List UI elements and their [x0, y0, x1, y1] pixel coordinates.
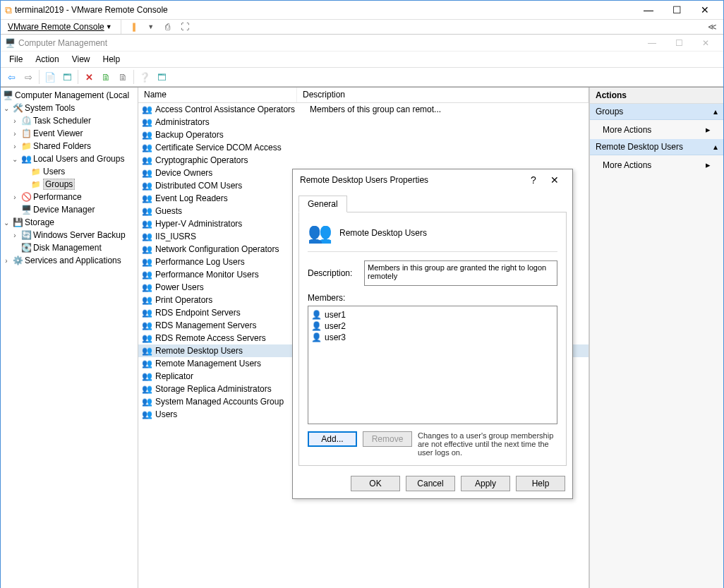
export-icon[interactable]: 🗎: [115, 69, 131, 85]
group-name: RDS Remote Access Servers: [155, 333, 307, 343]
group-name: RDS Endpoint Servers: [155, 308, 307, 318]
cm-app-icon: 🖥️: [5, 38, 16, 48]
delete-icon[interactable]: ✕: [81, 69, 97, 85]
maximize-button[interactable]: ☐: [663, 1, 691, 19]
group-name-label: Remote Desktop Users: [339, 228, 427, 238]
cm-close-button[interactable]: ✕: [692, 35, 719, 51]
group-icon: 👥: [141, 231, 152, 242]
actions-groups-more[interactable]: More Actions: [590, 120, 723, 139]
menu-help[interactable]: Help: [97, 53, 126, 66]
dialog-title: Remote Desktop Users Properties: [300, 175, 523, 185]
vmware-window-title: terminal2019 - VMware Remote Console: [15, 5, 634, 15]
forward-icon[interactable]: ⇨: [20, 69, 36, 85]
vmware-menu-label: VMware Remote Console: [8, 22, 104, 32]
group-description: Members of this group can remot...: [310, 104, 441, 114]
remove-button[interactable]: Remove: [363, 431, 412, 447]
fullscreen-icon[interactable]: ⛶: [178, 20, 192, 34]
actions-rdu-more[interactable]: More Actions: [590, 155, 723, 174]
navigation-tree[interactable]: 🖥️Computer Management (Local ⌄🛠️System T…: [1, 88, 138, 588]
tree-task-scheduler[interactable]: ›⏲️Task Scheduler: [1, 114, 138, 127]
cm-toolbar: ⇦ ⇨ 📄 🗔 ✕ 🗎 🗎 ❔ 🗔: [1, 67, 723, 87]
member-name: user3: [325, 332, 346, 342]
collapse-icon[interactable]: ≪: [705, 20, 719, 34]
dialog-help-button[interactable]: ?: [523, 174, 544, 186]
tree-storage[interactable]: ⌄💾Storage: [1, 216, 138, 229]
cm-minimize-button[interactable]: —: [639, 35, 665, 51]
description-input[interactable]: Members in this group are granted the ri…: [364, 260, 557, 286]
members-label: Members:: [308, 293, 557, 303]
tree-system-tools[interactable]: ⌄🛠️System Tools: [1, 102, 138, 114]
member-item[interactable]: 👤user3: [311, 332, 554, 343]
minimize-button[interactable]: —: [634, 1, 663, 19]
menu-view[interactable]: View: [66, 53, 96, 66]
tree-disk-mgmt[interactable]: 💽Disk Management: [1, 241, 138, 254]
group-name: Performance Monitor Users: [155, 270, 307, 280]
group-name: Certificate Service DCOM Access: [155, 143, 307, 152]
group-name: Print Operators: [155, 295, 307, 305]
group-name: Performance Log Users: [155, 257, 307, 267]
group-icon: 👥: [141, 116, 152, 128]
group-name: Hyper-V Administrators: [155, 219, 307, 229]
vmware-titlebar: ⧉ terminal2019 - VMware Remote Console —…: [1, 1, 723, 20]
action-panel-icon[interactable]: 🗔: [154, 69, 169, 85]
tree-root[interactable]: 🖥️Computer Management (Local: [1, 89, 138, 102]
power-dropdown-icon[interactable]: ▼: [144, 20, 158, 34]
list-row[interactable]: 👥Certificate Service DCOM Access: [138, 141, 589, 154]
list-row[interactable]: 👥Backup Operators: [138, 128, 589, 141]
group-name: Replicator: [155, 371, 307, 381]
group-icon: 👥: [141, 256, 152, 268]
col-name[interactable]: Name: [138, 88, 297, 102]
cancel-button[interactable]: Cancel: [406, 476, 455, 491]
members-list[interactable]: 👤user1👤user2👤user3: [308, 306, 557, 424]
cm-maximize-button[interactable]: ☐: [665, 35, 692, 51]
tree-users[interactable]: Users: [1, 165, 138, 178]
tree-local-users-groups[interactable]: ⌄👥Local Users and Groups: [1, 152, 138, 165]
help-icon[interactable]: ❔: [137, 69, 152, 85]
pause-icon[interactable]: ∥: [127, 20, 141, 34]
close-button[interactable]: ✕: [691, 1, 719, 19]
group-icon: 👥: [141, 307, 152, 318]
help-button[interactable]: Help: [516, 476, 565, 491]
vmware-menu-button[interactable]: VMware Remote Console ▼: [5, 20, 115, 33]
up-icon[interactable]: 📄: [42, 69, 58, 85]
ok-button[interactable]: OK: [351, 476, 400, 491]
actions-rdu-head[interactable]: Remote Desktop Users: [590, 139, 723, 155]
tab-general[interactable]: General: [298, 196, 347, 212]
user-icon: 👤: [311, 321, 322, 331]
refresh-icon[interactable]: 🗎: [98, 69, 114, 85]
group-icon: 👥: [141, 371, 152, 382]
list-row[interactable]: 👥Administrators: [138, 116, 589, 128]
member-item[interactable]: 👤user1: [311, 309, 554, 320]
cm-window-title: Computer Management: [18, 38, 639, 48]
properties-dialog: Remote Desktop Users Properties ? ✕ Gene…: [292, 169, 573, 499]
group-icon: 👥: [141, 193, 152, 204]
menu-action[interactable]: Action: [30, 53, 64, 66]
group-icon: 👥: [141, 320, 152, 331]
group-name: Distributed COM Users: [155, 181, 307, 191]
tree-event-viewer[interactable]: ›📋Event Viewer: [1, 127, 138, 140]
dialog-close-button[interactable]: ✕: [544, 174, 565, 186]
tree-performance[interactable]: ›🚫Performance: [1, 191, 138, 203]
actions-groups-head[interactable]: Groups: [590, 104, 723, 120]
list-row[interactable]: 👥Access Control Assistance OperatorsMemb…: [138, 103, 589, 116]
group-icon: 👥: [141, 205, 152, 217]
cm-menubar: File Action View Help: [1, 52, 723, 67]
properties-icon[interactable]: 🗔: [59, 69, 75, 85]
list-header: Name Description: [138, 88, 589, 103]
list-row[interactable]: 👥Cryptographic Operators: [138, 154, 589, 167]
back-icon[interactable]: ⇦: [4, 69, 19, 85]
apply-button[interactable]: Apply: [461, 476, 510, 491]
tree-services-apps[interactable]: ›⚙️Services and Applications: [1, 254, 138, 267]
add-button[interactable]: Add...: [308, 431, 357, 447]
tree-wsb[interactable]: ›🔄Windows Server Backup: [1, 229, 138, 241]
vmware-toolbar: VMware Remote Console ▼ ∥ ▼ ⎙ ⛶ ≪: [1, 20, 723, 35]
group-icon: 👥: [141, 332, 152, 344]
tree-device-manager[interactable]: 🖥️Device Manager: [1, 203, 138, 216]
menu-file[interactable]: File: [4, 53, 28, 66]
tree-groups[interactable]: Groups: [1, 178, 138, 191]
tree-shared-folders[interactable]: ›📁Shared Folders: [1, 140, 138, 152]
send-ctrl-alt-del-icon[interactable]: ⎙: [161, 20, 175, 34]
member-item[interactable]: 👤user2: [311, 320, 554, 332]
col-description[interactable]: Description: [297, 88, 589, 102]
user-icon: 👤: [311, 332, 322, 342]
